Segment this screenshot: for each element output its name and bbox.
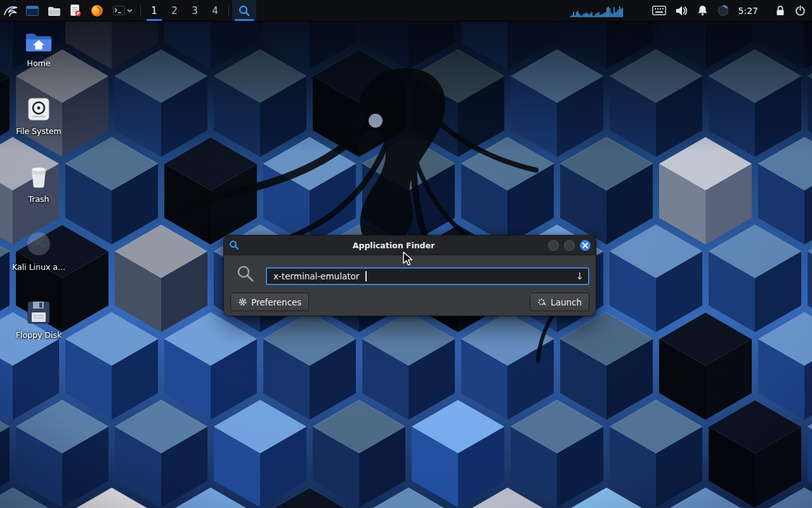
kali-ghost-icon — [25, 231, 53, 257]
button-row: Preferences Launch — [230, 293, 589, 310]
application-finder-icon — [238, 4, 251, 17]
clock[interactable]: 5:27 — [738, 6, 758, 16]
desktop-icon-home[interactable]: Home — [0, 25, 77, 81]
close-button[interactable] — [580, 240, 591, 251]
audio-spectrum-graph — [570, 4, 624, 17]
text-caret — [365, 271, 367, 281]
search-row: x-terminal-emulator ↓ — [224, 261, 596, 289]
launch-icon — [537, 297, 547, 307]
top-panel: 1 2 3 4 — [0, 0, 812, 22]
maximize-button[interactable] — [564, 240, 575, 251]
launcher-terminal-dropdown[interactable] — [108, 0, 137, 21]
window-title: Application Finder — [239, 241, 548, 250]
terminal-icon — [113, 6, 125, 15]
keyboard-icon[interactable] — [652, 6, 666, 15]
launcher-firefox[interactable] — [86, 0, 108, 21]
notifications-bell-icon[interactable] — [697, 5, 708, 16]
desktop-icon-kali-docs[interactable]: Kali Linux a... — [0, 229, 77, 285]
window-controls — [548, 240, 591, 251]
search-input-value: x-terminal-emulator — [273, 271, 359, 281]
window-app-icon — [229, 240, 239, 250]
chevron-down-icon — [127, 9, 133, 13]
kali-logo-icon — [3, 4, 18, 17]
launch-label: Launch — [551, 297, 582, 307]
launch-button[interactable]: Launch — [530, 293, 589, 311]
desktop-icon-grid: Home File System Trash Kali L — [0, 25, 77, 365]
titlebar[interactable]: Application Finder — [224, 236, 596, 255]
desktop-icon-label: Trash — [28, 194, 49, 204]
trash-icon — [25, 164, 53, 189]
window-icon — [26, 6, 39, 16]
floppy-disk-icon — [26, 300, 51, 325]
workspace-3[interactable]: 3 — [185, 0, 205, 21]
power-icon[interactable] — [795, 5, 806, 16]
desktop: 1 2 3 4 — [0, 0, 812, 508]
status-circle-icon[interactable] — [717, 5, 729, 17]
panel-separator — [140, 4, 141, 17]
home-folder-icon — [25, 30, 53, 53]
desktop-icon-file-system[interactable]: File System — [0, 93, 77, 149]
lock-icon[interactable] — [775, 5, 785, 16]
workspace-1[interactable]: 1 — [144, 0, 164, 21]
desktop-icon-trash[interactable]: Trash — [0, 161, 77, 217]
desktop-icon-label: Floppy Disk — [16, 330, 62, 340]
launcher-text-editor[interactable] — [65, 0, 86, 21]
desktop-icon-label: File System — [16, 126, 62, 136]
panel-left: 1 2 3 4 — [0, 0, 256, 21]
preferences-label: Preferences — [251, 297, 301, 307]
firefox-icon — [91, 4, 103, 17]
dropdown-arrow-icon[interactable]: ↓ — [575, 271, 584, 282]
applications-menu-button[interactable] — [0, 0, 22, 21]
search-input[interactable]: x-terminal-emulator ↓ — [266, 267, 589, 285]
folder-icon — [48, 6, 60, 16]
taskbar-application-finder[interactable] — [232, 0, 256, 21]
close-icon — [582, 243, 588, 248]
search-icon — [237, 265, 256, 284]
workspace-4[interactable]: 4 — [205, 0, 225, 21]
launcher-window[interactable] — [22, 0, 43, 21]
application-finder-window: Application Finder x-terminal-emulator ↓ — [223, 235, 596, 316]
file-system-icon — [25, 97, 53, 121]
panel-right: 5:27 — [570, 0, 812, 21]
workspace-2[interactable]: 2 — [164, 0, 185, 21]
desktop-icon-floppy-disk[interactable]: Floppy Disk — [0, 297, 77, 353]
minimize-button[interactable] — [548, 240, 559, 251]
text-editor-icon — [70, 4, 81, 17]
launcher-file-manager[interactable] — [43, 0, 65, 21]
desktop-icon-label: Home — [27, 58, 51, 68]
panel-separator — [228, 4, 229, 17]
gear-icon — [238, 297, 247, 307]
desktop-icon-label: Kali Linux a... — [12, 262, 65, 272]
preferences-button[interactable]: Preferences — [230, 293, 309, 311]
volume-icon[interactable] — [676, 6, 688, 16]
